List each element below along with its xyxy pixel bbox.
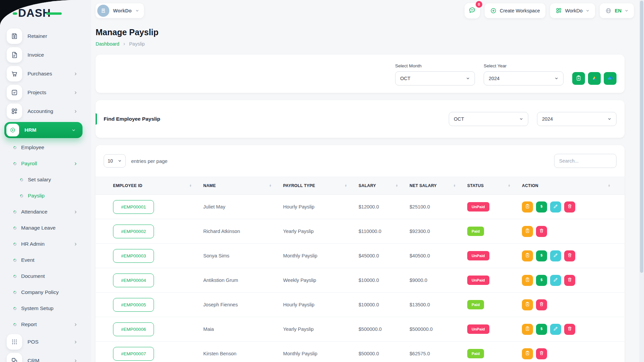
language-selector[interactable]: EN	[600, 3, 634, 18]
clipboard-dollar-icon: $	[525, 301, 530, 308]
workspace-switcher[interactable]: WorkDo	[96, 3, 144, 18]
sidebar-item-attendance[interactable]: Attendance	[0, 204, 91, 220]
chevron-right-icon	[73, 72, 78, 76]
column-header-net-salary[interactable]: NET SALARY▲▼	[404, 183, 462, 188]
pay-button[interactable]: $	[536, 324, 547, 335]
sidebar-item-crm[interactable]: CRM	[0, 351, 91, 362]
chevron-down-icon	[466, 76, 470, 80]
payslip-button[interactable]: $	[522, 275, 533, 286]
bulk-payslip-button[interactable]: $	[572, 72, 585, 85]
scrollbar-thumb[interactable]	[640, 1, 643, 273]
svg-text:$: $	[527, 328, 528, 330]
sort-icon: ▲▼	[608, 184, 612, 187]
payslip-button[interactable]: $	[522, 299, 533, 310]
svg-text:$: $	[527, 254, 528, 256]
employee-id-chip[interactable]: #EMP00002	[113, 225, 154, 238]
sidebar-item-manage-leave[interactable]: Manage Leave	[0, 220, 91, 236]
delete-button[interactable]	[536, 226, 547, 237]
column-header-salary[interactable]: SALARY▲▼	[353, 183, 404, 188]
payslip-button[interactable]: $	[522, 348, 533, 359]
column-header-status[interactable]: STATUS▲▼	[462, 183, 517, 188]
salary-cell: $110000.0	[353, 229, 404, 234]
workdo-grid-icon	[555, 7, 562, 14]
payslip-button[interactable]: $	[522, 201, 533, 213]
trash-icon	[567, 252, 573, 259]
sidebar-item-report[interactable]: Report	[0, 316, 91, 333]
payslip-table: EMPLOYEE ID▲▼NAME▲▼PAYROLL TYPE▲▼SALARY▲…	[96, 177, 625, 362]
employee-id-chip[interactable]: #EMP00006	[113, 322, 154, 336]
workspace-avatar	[97, 5, 109, 17]
clipboard-dollar-icon: $	[575, 75, 582, 82]
sidebar-item-label: Projects	[28, 89, 46, 96]
svg-text:$: $	[527, 303, 528, 305]
sidebar-item-payslip[interactable]: Payslip	[0, 188, 91, 204]
column-header-action[interactable]: ACTION▲▼	[517, 183, 616, 188]
onedrive-button[interactable]	[604, 72, 616, 85]
sidebar-item-invoice[interactable]: Invoice	[0, 46, 91, 64]
delete-button[interactable]	[536, 348, 547, 359]
find-year-select[interactable]: 2024	[537, 112, 616, 126]
pay-button[interactable]: $	[536, 275, 547, 286]
sort-icon: ▲▼	[344, 184, 349, 187]
pay-button[interactable]: $	[536, 250, 547, 261]
search-input[interactable]	[554, 154, 616, 168]
pay-button[interactable]: $	[536, 201, 547, 213]
breadcrumb-dashboard-link[interactable]: Dashboard	[96, 41, 119, 47]
google-drive-button[interactable]	[588, 72, 601, 85]
employee-id-chip[interactable]: #EMP00003	[113, 249, 154, 263]
year-select[interactable]: 2024	[484, 71, 564, 85]
delete-button[interactable]	[536, 299, 547, 310]
payslip-button[interactable]: $	[522, 226, 533, 237]
dollar-icon: $	[539, 252, 544, 259]
month-select[interactable]: OCT	[395, 71, 475, 85]
column-header-employee-id[interactable]: EMPLOYEE ID▲▼	[104, 183, 198, 188]
sidebar-item-payroll[interactable]: Payroll	[0, 156, 91, 172]
sidebar-item-accounting[interactable]: Accounting	[0, 102, 91, 121]
sidebar-item-set-salary[interactable]: Set salary	[0, 172, 91, 188]
column-header-payroll-type[interactable]: PAYROLL TYPE▲▼	[278, 183, 353, 188]
delete-button[interactable]	[564, 324, 575, 335]
payslip-button[interactable]: $	[522, 324, 533, 335]
employee-id-chip[interactable]: #EMP00005	[113, 298, 154, 312]
employee-id-chip[interactable]: #EMP00007	[113, 347, 154, 361]
edit-button[interactable]	[550, 275, 561, 286]
edit-button[interactable]	[550, 250, 561, 261]
sidebar-item-hrm[interactable]: HRM	[4, 122, 83, 138]
sidebar-item-document[interactable]: Document	[0, 268, 91, 284]
svg-text:$: $	[578, 77, 580, 80]
bullet-icon	[13, 242, 17, 246]
page-size-select[interactable]: 10	[104, 154, 126, 168]
column-header-name[interactable]: NAME▲▼	[198, 183, 278, 188]
messages-button[interactable]: 0	[465, 3, 480, 18]
delete-button[interactable]	[564, 275, 575, 286]
sidebar-item-label: HRM	[24, 127, 36, 133]
employee-id-chip[interactable]: #EMP00001	[113, 200, 154, 214]
plus-circle-icon	[490, 7, 497, 14]
sidebar-item-company-policy[interactable]: Company Policy	[0, 284, 91, 300]
delete-button[interactable]	[564, 250, 575, 261]
sidebar-item-employee[interactable]: Employee	[0, 139, 91, 156]
month-select-value: OCT	[400, 76, 411, 81]
edit-button[interactable]	[550, 324, 561, 335]
sidebar-item-retainer[interactable]: Retainer	[0, 27, 91, 46]
sidebar-item-projects[interactable]: Projects	[0, 83, 91, 102]
edit-button[interactable]	[550, 201, 561, 213]
page-scrollbar[interactable]	[639, 0, 644, 362]
sidebar-item-hr-admin[interactable]: HR Admin	[0, 236, 91, 252]
topbar: WorkDo 0 Create Workspace WorkDo	[96, 3, 634, 19]
create-workspace-button[interactable]: Create Workspace	[485, 3, 545, 18]
sidebar-item-pos[interactable]: POS	[0, 333, 91, 351]
svg-text:$: $	[527, 230, 528, 232]
find-month-select[interactable]: OCT	[449, 112, 528, 126]
delete-button[interactable]	[564, 201, 575, 213]
sidebar-item-system-setup[interactable]: System Setup	[0, 300, 91, 316]
sidebar-item-event[interactable]: Event	[0, 252, 91, 268]
sidebar-item-purchases[interactable]: Purchases	[0, 64, 91, 83]
workdo-menu-button[interactable]: WorkDo	[550, 3, 595, 18]
app-logo[interactable]: DASH	[18, 7, 91, 19]
bullet-icon	[13, 226, 17, 230]
actions-cell: $	[517, 226, 616, 237]
employee-id-chip[interactable]: #EMP00004	[113, 274, 154, 287]
payslip-button[interactable]: $	[522, 250, 533, 261]
payroll-type-cell: Yearly Payslip	[278, 229, 353, 234]
